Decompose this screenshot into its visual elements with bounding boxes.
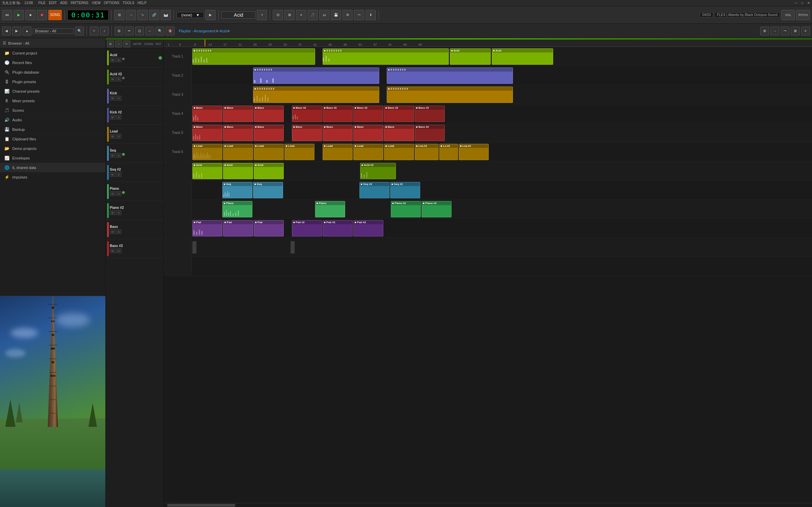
clip-seq-1[interactable]: ■ Seq — [222, 182, 252, 198]
sidebar-item-recent-files[interactable]: 🕐 Recent files — [0, 58, 105, 67]
add-track[interactable]: + — [90, 27, 99, 35]
clip-bass2-3[interactable]: ■ Bass #2 — [353, 106, 383, 122]
kick-solo[interactable]: S — [116, 96, 121, 101]
pattern-track-piano2[interactable]: Piano #2 M S — [106, 201, 163, 220]
sidebar-item-il-shared-data[interactable]: 🌐 IL shared data — [0, 163, 105, 172]
clip-bass-3[interactable]: ■ Bass — [254, 106, 284, 122]
sidebar-item-scores[interactable]: 🎵 Scores — [0, 106, 105, 115]
menu-options[interactable]: OPTIONS — [104, 1, 119, 5]
sidebar-item-clipboard-files[interactable]: 📋 Clipboard files — [0, 134, 105, 144]
sidebar-item-mixer-presets[interactable]: 🎚 Mixer presets — [0, 96, 105, 106]
clip-pad2-2[interactable]: ■ Pad #2 — [323, 220, 353, 236]
clip-bass2-2[interactable]: ■ Bass #2 — [323, 106, 353, 122]
sidebar-item-backup[interactable]: 💾 Backup — [0, 125, 105, 134]
plugin-dropdown-arrow[interactable]: ▼ — [196, 13, 200, 17]
acid-mute[interactable]: M — [110, 58, 115, 62]
pattern-track-piano[interactable]: Piano M S — [106, 182, 163, 201]
clip-lead-t6-3[interactable]: ■ Lead — [254, 144, 284, 160]
playlist-grid-btn[interactable]: ⊞ — [115, 27, 123, 35]
plugin-nav[interactable]: ▶ — [205, 10, 216, 20]
seq-solo[interactable]: S — [116, 153, 121, 158]
pattern-track-acid2[interactable]: Acid #2 M S — [106, 67, 163, 87]
track-seq-clips[interactable]: ■ Seq ■ Seq ■ Seq #2 — [192, 181, 812, 199]
channel-rack-btn[interactable]: ⊟ — [273, 10, 283, 20]
clip-bass-t5-7[interactable]: ■ Bass — [384, 125, 414, 141]
p-tool-5[interactable]: ≡ — [801, 27, 810, 35]
bass-mute[interactable]: M — [110, 229, 115, 234]
sidebar-item-current-project[interactable]: 📁 Current project — [0, 48, 105, 58]
clip-acid-low-1[interactable]: ■ Acid — [192, 163, 222, 179]
clip-bass-t5-2[interactable]: ■ Bass — [223, 125, 253, 141]
seq2-solo[interactable]: S — [116, 172, 121, 177]
track1-clips[interactable]: ■ 3 3 3 3 3 3 3 — [192, 47, 812, 66]
menu-edit[interactable]: EDIT — [49, 1, 57, 5]
tc-pen[interactable]: ✏ — [123, 41, 130, 47]
play-btn[interactable]: ▶ — [14, 10, 24, 20]
window-maximize[interactable]: □ — [801, 1, 803, 5]
forward-btn[interactable]: → — [126, 10, 136, 20]
zoom-in[interactable]: 🔍 — [156, 27, 164, 35]
bass-solo[interactable]: S — [116, 229, 121, 234]
clip-kick-1[interactable]: ■ 3 3 3 3 3 3 3 — [253, 67, 379, 84]
clip-bass3-1[interactable]: ■ Bass #3 — [415, 106, 445, 122]
track2-clips[interactable]: ■ 3 3 3 3 3 3 3 — [192, 66, 812, 85]
clip-bass-t5-5[interactable]: ■ Bass — [323, 125, 353, 141]
clip-seq-2[interactable]: ■ Seq — [253, 182, 283, 198]
clip-kick-2[interactable]: ■ 3 3 3 3 3 3 3 — [387, 67, 513, 84]
clip-lead-t6-7[interactable]: ■ Lead — [384, 144, 414, 160]
clip-piano-2[interactable]: ■ Piano — [315, 201, 345, 217]
curve-btn[interactable]: ∿ — [137, 10, 148, 20]
add-audio[interactable]: ♪ — [100, 27, 109, 35]
pattern-track-bass3[interactable]: Bass #3 M S — [106, 239, 163, 258]
clip-lead-t6-5[interactable]: ■ Lead — [323, 144, 353, 160]
clip-pad2-3[interactable]: ■ Pad #2 — [353, 220, 383, 236]
menu-help[interactable]: HELP — [138, 1, 147, 5]
acid2-vol[interactable] — [122, 77, 125, 79]
menu-file[interactable]: FILE — [38, 1, 45, 5]
track-pad-clips[interactable]: ■ Pad ■ Pad ■ Pad — [192, 219, 812, 237]
export-btn[interactable]: 💾 — [331, 10, 341, 20]
clip-lead-1[interactable]: ■ 3 3 3 3 3 3 3 3 — [253, 87, 379, 103]
automation-btn[interactable]: ⚙ — [342, 10, 353, 20]
sidebar-item-plugin-presets[interactable]: 🎛 Plugin presets — [0, 77, 105, 87]
clip-bass2-4[interactable]: ■ Bass #2 — [384, 106, 414, 122]
browser-back[interactable]: ◀ — [2, 27, 11, 35]
clip-acid-low-2[interactable]: ■ Acid — [223, 163, 253, 179]
seq-mute[interactable]: M — [110, 153, 115, 158]
waveform-btn[interactable]: 〜 — [354, 10, 364, 20]
clip-bass-1[interactable]: ■ Bass — [192, 106, 222, 122]
p-tool-2[interactable]: → — [770, 27, 779, 35]
clip-bass-t5-4[interactable]: ■ Bass — [292, 125, 322, 141]
record-btn[interactable]: ⏺ — [37, 10, 47, 20]
bass3-solo[interactable]: S — [116, 248, 121, 253]
master-vol-knob[interactable]: VOL — [781, 10, 795, 20]
sidebar-item-impulses[interactable]: ⚡ Impulses — [0, 172, 105, 182]
clip-lead-t6-10[interactable]: ■ Lea.#2 — [459, 144, 489, 160]
track-row-empty1[interactable] — [164, 238, 812, 257]
stop-btn[interactable]: ■ — [25, 10, 35, 20]
plugin-selector[interactable]: (none) ▼ — [177, 12, 204, 18]
mixer-view-btn[interactable]: ≡ — [296, 10, 306, 20]
track-piano-clips[interactable]: ■ Piano ■ Piano ■ Piano #2 — [192, 200, 812, 218]
window-minimize[interactable]: ─ — [795, 1, 797, 5]
window-close[interactable]: ✕ — [807, 1, 810, 5]
track4-clips[interactable]: ■ Bass ■ Bass ■ Bass — [192, 104, 812, 123]
p-tool-1[interactable]: ⊞ — [760, 27, 769, 35]
plugin-add[interactable]: + — [257, 10, 267, 20]
pattern-tools[interactable]: ⊠ — [284, 10, 295, 20]
menu-add[interactable]: ADD — [60, 1, 67, 5]
playlist-select[interactable]: ⊡ — [135, 27, 144, 35]
piano2-solo[interactable]: S — [116, 210, 121, 215]
pattern-track-acid[interactable]: Acid M S — [106, 48, 163, 67]
clip-pad-3[interactable]: ■ Pad — [254, 220, 284, 236]
clip-bass-t5-6[interactable]: ■ Bass — [353, 125, 383, 141]
clip-bass-2[interactable]: ■ Bass — [223, 106, 253, 122]
clip-bass2-1[interactable]: ■ Bass #2 — [292, 106, 322, 122]
lead-mute[interactable]: M — [110, 134, 115, 139]
sidebar-item-audio[interactable]: 🔊 Audio — [0, 115, 105, 125]
browser-btn[interactable]: 🗂 — [319, 10, 329, 20]
clip-acid-2[interactable]: ■ 3 3 3 3 3 3 3 — [323, 48, 449, 65]
clip-acid-3[interactable]: ■ Acid — [450, 48, 491, 65]
clip-lead-t6-2[interactable]: ■ Lead — [223, 144, 253, 160]
track3-clips[interactable]: ■ 3 3 3 3 3 3 3 3 — [192, 85, 812, 104]
